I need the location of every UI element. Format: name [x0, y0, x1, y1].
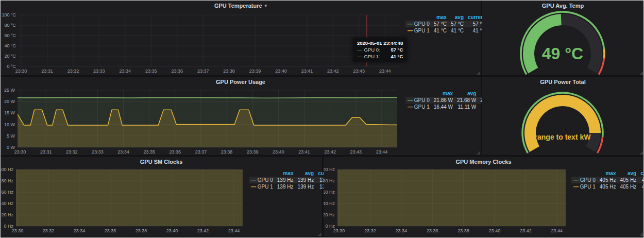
legend-col-current[interactable]: current — [638, 170, 644, 177]
svg-text:23:31: 23:31 — [41, 69, 53, 74]
legend-value: 21.86 W — [432, 97, 455, 104]
tooltip-series-name: GPU 1: — [364, 54, 380, 59]
svg-text:60 Hz: 60 Hz — [1, 190, 13, 195]
svg-text:23:35: 23:35 — [143, 149, 155, 155]
series-color-dash-icon: — — [408, 97, 414, 103]
panel-resize-handle[interactable] — [639, 232, 643, 236]
svg-text:23:38: 23:38 — [457, 228, 469, 233]
legend-col-max[interactable]: max — [432, 90, 455, 97]
legend-col-avg[interactable]: avg — [295, 170, 316, 177]
legend-series-toggle-gpu-1[interactable]: — GPU 1 — [571, 183, 598, 190]
series-color-dash-icon: — — [251, 177, 258, 183]
svg-text:100 °C: 100 °C — [2, 12, 16, 18]
legend-value: 139 Hz — [275, 177, 296, 183]
panel-title-text: GPU SM Clocks — [140, 159, 183, 165]
legend-series-toggle-gpu-0[interactable]: — GPU 0 — [571, 177, 598, 183]
svg-text:23:32: 23:32 — [67, 69, 79, 74]
svg-text:23:42: 23:42 — [327, 69, 339, 74]
timeseries-gpu-temperature[interactable]: 0 °C20 °C40 °C60 °C80 °C100 °C23:3023:31… — [1, 11, 405, 75]
svg-text:23:42: 23:42 — [324, 149, 336, 155]
svg-text:23:44: 23:44 — [551, 228, 563, 233]
panel-title-gpu-memory-clocks[interactable]: GPU Memory Clocks — [324, 157, 643, 167]
gauge-gpu-avg-temp: 49 °C — [482, 11, 643, 75]
legend-col-max[interactable]: max — [275, 170, 296, 177]
svg-text:23:40: 23:40 — [273, 149, 284, 155]
svg-text:23:34: 23:34 — [74, 228, 86, 233]
panel-resize-handle[interactable] — [639, 71, 643, 75]
panel-resize-handle[interactable] — [318, 232, 321, 236]
svg-text:15 W: 15 W — [4, 110, 15, 115]
legend-value: 405 Hz — [618, 183, 638, 190]
tooltip-series-name: GPU 0: — [364, 47, 380, 53]
panel-title-gpu-temperature[interactable]: GPU Temperature ▾ — [1, 1, 481, 11]
panel-title-gpu-avg-temp[interactable]: GPU Avg. Temp — [482, 1, 643, 11]
svg-text:23:42: 23:42 — [197, 228, 209, 233]
svg-text:23:37: 23:37 — [195, 149, 207, 155]
panel-resize-handle[interactable] — [477, 71, 480, 75]
svg-text:23:32: 23:32 — [364, 228, 376, 233]
legend-table: maxavgcurrent— GPU 057 °C57 °C57 °C— GPU… — [405, 14, 488, 34]
svg-text:23:41: 23:41 — [301, 69, 313, 74]
svg-text:23:40: 23:40 — [166, 228, 178, 233]
legend-value: 11.11 W — [455, 104, 478, 110]
tooltip-row: —GPU 1:41 °C — [357, 54, 403, 59]
svg-text:40 °C: 40 °C — [4, 43, 16, 48]
series-color-dash-icon: — — [408, 104, 414, 110]
legend-value: 139 Hz — [295, 177, 316, 183]
legend-row-gpu-0: — GPU 057 °C57 °C57 °C — [405, 21, 488, 27]
svg-text:23:30: 23:30 — [12, 228, 24, 233]
legend-value: 57 °C — [449, 21, 466, 27]
series-color-dash-icon: — — [251, 184, 258, 190]
svg-text:80 Hz: 80 Hz — [324, 178, 335, 183]
panel-title-text: GPU Temperature — [214, 3, 262, 9]
legend-value: 405 Hz — [618, 177, 638, 183]
dashboard-row-1: GPU Temperature ▾ 0 °C20 °C40 °C60 °C80 … — [1, 1, 643, 75]
svg-text:49 °C: 49 °C — [542, 44, 583, 63]
timeseries-gpu-power-usage[interactable]: 0 W5 W10 W15 W20 W25 W23:3023:3123:3223:… — [1, 87, 405, 155]
legend-col-avg[interactable]: avg — [449, 14, 466, 21]
legend-series-toggle-gpu-0[interactable]: — GPU 0 — [405, 21, 432, 27]
svg-text:25 W: 25 W — [4, 88, 15, 93]
svg-text:23:36: 23:36 — [427, 228, 438, 233]
legend-gpu-memory-clocks: maxavgcurrent— GPU 0405 Hz405 Hz405 Hz— … — [571, 167, 644, 236]
legend-series-toggle-gpu-1[interactable]: — GPU 1 — [405, 27, 432, 34]
svg-text:60 °C: 60 °C — [4, 33, 16, 38]
svg-text:23:43: 23:43 — [350, 149, 362, 155]
panel-menu-caret-icon: ▾ — [265, 4, 267, 8]
svg-text:23:36: 23:36 — [170, 149, 181, 155]
svg-text:23:34: 23:34 — [396, 228, 408, 233]
svg-text:23:39: 23:39 — [247, 149, 259, 155]
legend-series-toggle-gpu-1[interactable]: — GPU 1 — [405, 104, 432, 110]
legend-col-max[interactable]: max — [432, 14, 449, 21]
svg-text:20 Hz: 20 Hz — [1, 212, 13, 217]
dashboard-row-3: GPU SM Clocks 0 Hz20 Hz40 Hz60 Hz80 Hz10… — [1, 157, 643, 236]
timeseries-gpu-sm-clocks[interactable]: 0 Hz20 Hz40 Hz60 Hz80 Hz100 Hz23:3023:32… — [1, 167, 249, 236]
timeseries-gpu-memory-clocks[interactable]: 0 Hz20 Hz40 Hz60 Hz80 Hz100 Hz23:3023:32… — [324, 167, 571, 236]
panel-title-gpu-power-total[interactable]: GPU Power Total — [482, 77, 643, 87]
panel-title-gpu-sm-clocks[interactable]: GPU SM Clocks — [1, 157, 322, 167]
svg-text:23:31: 23:31 — [40, 149, 52, 155]
legend-col-max[interactable]: max — [598, 170, 618, 177]
legend-series-toggle-gpu-1[interactable]: — GPU 1 — [249, 183, 275, 190]
legend-col-avg[interactable]: avg — [618, 170, 638, 177]
panel-title-text: GPU Power Total — [540, 79, 585, 85]
legend-value: 21.68 W — [455, 97, 478, 104]
legend-series-toggle-gpu-0[interactable]: — GPU 0 — [249, 177, 275, 183]
svg-text:23:30: 23:30 — [15, 69, 27, 74]
tooltip-time: 2020-05-01 23:44:48 — [357, 40, 403, 46]
dashboard-row-2: GPU Power Usage 0 W5 W10 W15 W20 W25 W23… — [1, 77, 643, 155]
panel-resize-handle[interactable] — [639, 151, 643, 155]
svg-text:23:39: 23:39 — [249, 69, 261, 74]
panel-gpu-memory-clocks: GPU Memory Clocks 0 Hz20 Hz40 Hz60 Hz80 … — [324, 157, 643, 236]
tooltip-series-rows: —GPU 0:57 °C—GPU 1:41 °C — [357, 47, 403, 59]
series-color-dash-icon: — — [357, 54, 362, 59]
svg-text:23:33: 23:33 — [93, 69, 105, 74]
legend-row-gpu-1: — GPU 1405 Hz405 Hz405 Hz — [571, 183, 644, 190]
series-color-dash-icon: — — [573, 177, 580, 183]
svg-text:23:38: 23:38 — [135, 228, 147, 233]
panel-title-gpu-power-usage[interactable]: GPU Power Usage — [1, 77, 481, 87]
legend-series-toggle-gpu-0[interactable]: — GPU 0 — [405, 97, 432, 104]
panel-resize-handle[interactable] — [477, 151, 480, 155]
legend-col-avg[interactable]: avg — [455, 90, 478, 97]
svg-text:23:40: 23:40 — [275, 69, 287, 74]
